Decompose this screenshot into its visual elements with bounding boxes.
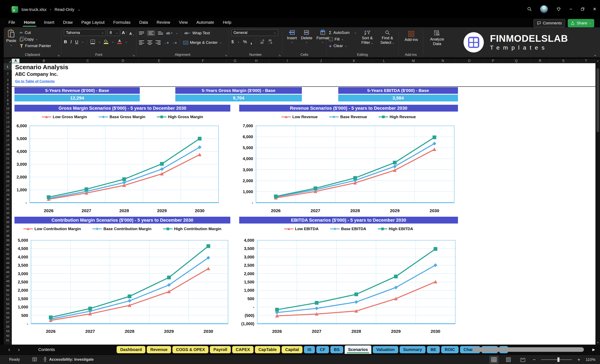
row-header-16[interactable]: 16 <box>4 133 12 138</box>
ribbon-tab-page-layout[interactable]: Page Layout <box>77 18 109 27</box>
fill-color-button[interactable] <box>104 39 108 44</box>
sheet-tab-dashboard[interactable]: Dashboard <box>117 346 145 353</box>
decrease-decimal-button[interactable]: .00→.0 <box>268 39 272 44</box>
zoom-out-button[interactable]: − <box>533 357 536 363</box>
align-top-icon[interactable] <box>139 32 144 35</box>
row-header-10[interactable]: 10 <box>4 106 12 111</box>
row-header-24[interactable]: 24 <box>4 170 12 174</box>
column-header-g[interactable]: G <box>226 59 244 63</box>
next-sheet-icon[interactable]: › <box>18 346 20 353</box>
find-select-button[interactable]: Find & Select⌄ <box>378 30 397 49</box>
row-header-33[interactable]: 33 <box>4 211 12 215</box>
row-header-34[interactable]: 34 <box>4 215 12 220</box>
row-header-7[interactable]: 7 <box>4 93 12 99</box>
row-header-49[interactable]: 49 <box>4 283 12 288</box>
paste-button[interactable]: Paste⌄ <box>6 29 16 49</box>
row-header-61[interactable]: 61 <box>4 338 12 343</box>
prev-sheet-icon[interactable]: ‹ <box>8 346 10 353</box>
clear-button[interactable]: ◈Clear⌄ <box>329 43 356 49</box>
clipboard-dialog-launcher[interactable]: ↘ <box>57 54 60 57</box>
number-dialog-launcher[interactable]: ↘ <box>278 54 281 57</box>
column-header-t[interactable]: T <box>577 59 595 63</box>
sheet-tab-cogs-opex[interactable]: COGS & OPEX <box>172 346 208 353</box>
row-header-17[interactable]: 17 <box>4 138 12 143</box>
row-header-21[interactable]: 21 <box>4 156 12 161</box>
ribbon-tab-automate[interactable]: Automate <box>192 18 218 27</box>
shrink-font-button[interactable]: A⌄ <box>130 29 135 36</box>
column-header-a[interactable]: A <box>12 59 20 63</box>
row-header-19[interactable]: 19 <box>4 147 12 152</box>
vertical-scroll-thumb[interactable] <box>597 68 599 132</box>
insert-cells-button[interactable]: Insert⌄ <box>285 29 299 43</box>
row-header-56[interactable]: 56 <box>4 315 12 320</box>
alignment-dialog-launcher[interactable]: ↘ <box>225 54 227 57</box>
row-header-9[interactable]: 9 <box>4 102 12 106</box>
page-layout-view-button[interactable] <box>504 356 513 364</box>
column-header-r[interactable]: R <box>530 59 550 63</box>
sheet-tab-summary[interactable]: Summary <box>400 346 425 353</box>
collapse-ribbon-icon[interactable]: ⌄ <box>594 53 597 57</box>
ribbon-tab-insert[interactable]: Insert <box>40 18 59 27</box>
kpi-title-5-years-ebitda-000-base[interactable]: 5-Years EBITDA ($'000) - Base <box>338 87 458 94</box>
select-all-corner[interactable] <box>4 59 12 63</box>
row-header-27[interactable]: 27 <box>4 183 12 188</box>
align-middle-icon[interactable] <box>147 30 155 36</box>
sheet-tab-captable[interactable]: CapTable <box>255 346 280 353</box>
ribbon-tab-help[interactable]: Help <box>218 18 236 27</box>
row-header-57[interactable]: 57 <box>4 320 12 324</box>
sheet-tab-bs[interactable]: BS <box>330 346 343 353</box>
kpi-title-5-years-revenue-000-base[interactable]: 5-Years Revenue ($'000) - Base <box>14 87 140 94</box>
row-header-15[interactable]: 15 <box>4 129 12 133</box>
column-header-e[interactable]: E <box>139 59 180 63</box>
accessibility-status[interactable]: Accessibility: Investigate <box>43 357 94 362</box>
row-header-40[interactable]: 40 <box>4 243 12 247</box>
row-header-29[interactable]: 29 <box>4 192 12 197</box>
row-header-58[interactable]: 58 <box>4 324 12 329</box>
row-header-3[interactable]: 3 <box>4 77 12 83</box>
row-header-28[interactable]: 28 <box>4 188 12 192</box>
restore-button[interactable] <box>581 7 585 11</box>
column-header-q[interactable]: Q <box>502 59 530 63</box>
premium-diamond-icon[interactable] <box>556 7 561 12</box>
column-header-h[interactable]: H <box>244 59 269 63</box>
page-break-view-button[interactable] <box>518 356 527 364</box>
font-dialog-launcher[interactable]: ↘ <box>132 54 135 57</box>
row-header-18[interactable]: 18 <box>4 143 12 147</box>
scroll-up-icon[interactable]: ▲ <box>596 60 600 62</box>
row-header-48[interactable]: 48 <box>4 279 12 283</box>
row-header-4[interactable]: 4 <box>4 83 12 86</box>
row-header-59[interactable]: 59 <box>4 329 12 333</box>
percent-button[interactable]: % <box>243 39 247 44</box>
vertical-scrollbar[interactable]: ▲ ▼ <box>596 59 600 345</box>
minimize-button[interactable]: − <box>569 6 572 12</box>
increase-indent-icon[interactable]: →≡ <box>172 41 177 45</box>
sort-filter-button[interactable]: AZ Sort & Filter⌄ <box>358 30 376 49</box>
zoom-slider[interactable] <box>541 359 572 360</box>
horizontal-scroll-thumb[interactable] <box>472 347 584 352</box>
analyze-data-button[interactable]: AnalyzeData <box>426 30 449 46</box>
row-header-44[interactable]: 44 <box>4 261 12 265</box>
addins-button[interactable]: Add-ins <box>401 31 421 42</box>
currency-button[interactable]: $ <box>231 39 234 44</box>
comments-button[interactable]: Comments <box>534 19 565 27</box>
grow-font-button[interactable]: A⌃ <box>122 29 128 36</box>
column-header-d[interactable]: D <box>108 59 139 63</box>
format-painter-button[interactable]: Format Painter <box>20 43 51 49</box>
user-avatar[interactable] <box>540 5 548 13</box>
kpi-value-5-years-gross-margin-000-base[interactable]: 9,704 <box>175 95 302 101</box>
ribbon-tab-formulas[interactable]: Formulas <box>109 18 135 27</box>
row-header-54[interactable]: 54 <box>4 306 12 311</box>
autosum-button[interactable]: ΣAutoSum⌄ <box>329 29 356 36</box>
bold-button[interactable]: B <box>64 39 67 44</box>
share-button[interactable]: Share ⌄ <box>568 19 594 27</box>
row-header-31[interactable]: 31 <box>4 202 12 206</box>
row-header-8[interactable]: 8 <box>4 99 12 102</box>
row-header-37[interactable]: 37 <box>4 229 12 233</box>
normal-view-button[interactable] <box>489 356 498 364</box>
wrap-text-button[interactable]: ab↩Wrap Text <box>184 30 210 36</box>
sheet-tab-be[interactable]: BE <box>427 346 440 353</box>
align-left-icon[interactable] <box>139 40 144 45</box>
row-header-43[interactable]: 43 <box>4 256 12 261</box>
row-header-51[interactable]: 51 <box>4 292 12 297</box>
orientation-button[interactable]: ab↗ <box>166 31 173 35</box>
